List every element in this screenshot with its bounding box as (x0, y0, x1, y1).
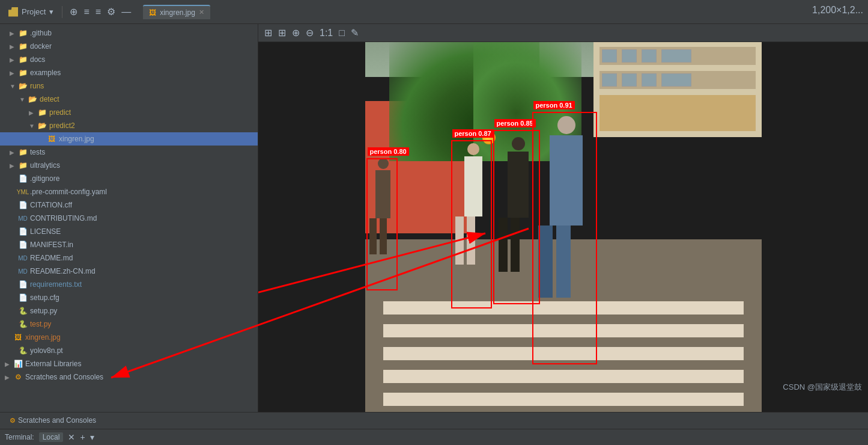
sidebar-item-docs[interactable]: ▶ 📁 docs (0, 53, 258, 66)
main-content: ▶ 📁 .github ▶ 📁 docker ▶ 📁 docs ▶ 📁 exam… (0, 24, 868, 412)
sidebar-item-readme[interactable]: MD README.md (0, 251, 258, 265)
bbox-label-person1: person 0.80 (368, 147, 409, 156)
label-predict2: predict2 (49, 121, 75, 130)
top-toolbar: Project ▾ ⊕ ≡ ≡ ⚙ — 🖼 xingren.jpg ✕ (0, 0, 868, 24)
arrow-ultralytics: ▶ (10, 162, 18, 169)
bottom-tab-scratches[interactable]: ⚙ Scratches and Consoles (5, 415, 101, 426)
sidebar-item-predict[interactable]: ▶ 📁 predict (0, 106, 258, 119)
folder-icon-extlibs: 📊 (13, 359, 23, 369)
bottom-actions: Terminal: Local ✕ + ▾ (0, 429, 868, 446)
label-yolov8n: yolov8n.pt (30, 346, 63, 355)
actual-size-icon[interactable]: 1:1 (320, 28, 333, 38)
sidebar-item-readmezh[interactable]: MD README.zh-CN.md (0, 265, 258, 278)
sidebar-item-examples[interactable]: ▶ 📁 examples (0, 66, 258, 79)
terminal-dropdown-icon[interactable]: ▾ (90, 432, 94, 442)
label-contributing: CONTRIBUTING.md (30, 214, 97, 222)
sidebar-item-predict2[interactable]: ▼ 📂 predict2 (0, 119, 258, 132)
bottom-tabs: ⚙ Scratches and Consoles (0, 413, 868, 429)
add-terminal-icon[interactable]: + (80, 432, 85, 442)
sidebar-item-setupcfg[interactable]: 📄 setup.cfg (0, 291, 258, 304)
sidebar-item-requirements[interactable]: 📄 requirements.txt (0, 278, 258, 291)
bbox-person2: person 0.87 (451, 140, 492, 308)
toolbar-separator (62, 6, 62, 18)
label-gitignore: .gitignore (30, 174, 59, 183)
arrow-runs: ▼ (10, 83, 18, 90)
label-testpy: test.py (30, 320, 51, 328)
sidebar-item-manifest[interactable]: 📄 MANIFEST.in (0, 238, 258, 251)
sidebar-item-license[interactable]: 📄 LICENSE (0, 225, 258, 238)
file-icon-requirements: 📄 (18, 280, 28, 289)
sidebar-item-contributing[interactable]: MD CONTRIBUTING.md (0, 212, 258, 225)
arrow-readmezh (10, 268, 18, 275)
color-picker-icon[interactable]: ✎ (351, 27, 359, 38)
watermark: CSDN @国家级退堂鼓 (783, 382, 862, 393)
bbox-person1: person 0.80 (366, 158, 398, 290)
arrow-contributing (10, 215, 18, 222)
sidebar-item-yolov8n[interactable]: 🐍 yolov8n.pt (0, 344, 258, 357)
fit-window-icon[interactable]: □ (339, 28, 345, 38)
label-readme: README.md (30, 254, 73, 262)
sidebar-item-runs[interactable]: ▼ 📂 runs (0, 79, 258, 93)
file-tab[interactable]: 🖼 xingren.jpg ✕ (143, 5, 210, 19)
viewer-content: person 0.80 person 0.87 person 0.85 pers… (258, 42, 868, 412)
project-label: Project (22, 7, 46, 16)
sidebar-item-tests[interactable]: ▶ 📁 tests (0, 146, 258, 159)
sidebar-item-scratches[interactable]: ▶ ⚙ Scratches and Consoles (0, 370, 258, 384)
sidebar-item-citation[interactable]: 📄 CITATION.cff (0, 198, 258, 212)
project-dropdown-icon: ▾ (49, 7, 53, 16)
file-icon-xingren: 🖼 (47, 134, 56, 144)
label-readmezh: README.zh-CN.md (30, 267, 96, 275)
label-citation: CITATION.cff (30, 201, 72, 209)
navigate-icon[interactable]: ⊕ (70, 6, 77, 17)
label-predict: predict (49, 108, 71, 117)
minimize-icon[interactable]: — (121, 7, 131, 17)
folder-icon-scratches: ⚙ (13, 372, 23, 382)
local-button[interactable]: Local (39, 432, 64, 442)
arrow-scratches: ▶ (5, 374, 13, 381)
zoom-in-icon[interactable]: ⊕ (292, 27, 300, 38)
folder-icon-github: 📁 (18, 28, 28, 38)
close-terminal-icon[interactable]: ✕ (68, 432, 75, 442)
project-button[interactable]: Project ▾ (5, 6, 57, 18)
sidebar-item-detect[interactable]: ▼ 📂 detect (0, 93, 258, 106)
sidebar-item-docker[interactable]: ▶ 📁 docker (0, 40, 258, 53)
sidebar-item-ultralytics[interactable]: ▶ 📁 ultralytics (0, 159, 258, 172)
arrow-xingren (38, 136, 47, 143)
bbox-person4: person 0.91 (532, 112, 597, 364)
arrow-docker: ▶ (10, 43, 18, 50)
file-icon-license: 📄 (18, 227, 28, 236)
structure-icon[interactable]: ≡ (83, 7, 89, 17)
label-license: LICENSE (30, 227, 61, 236)
folder-icon-docs: 📁 (18, 55, 28, 64)
arrow-docs: ▶ (10, 57, 18, 63)
label-docs: docs (30, 55, 45, 64)
label-ultralytics: ultralytics (30, 161, 60, 170)
arrow-examples: ▶ (10, 70, 18, 76)
settings-icon[interactable]: ⚙ (107, 6, 115, 17)
label-runs: runs (30, 82, 44, 90)
collapse-icon[interactable]: ≡ (96, 7, 101, 17)
folder-icon-runs: 📂 (18, 81, 28, 91)
image-container: person 0.80 person 0.87 person 0.85 pers… (365, 42, 762, 412)
project-folder-icon (8, 7, 18, 17)
toolbar-icon-group: ⊕ ≡ ≡ ⚙ — (70, 6, 131, 17)
sidebar-item-setuppy[interactable]: 🐍 setup.py (0, 304, 258, 318)
zoom-out-icon[interactable]: ⊖ (306, 27, 314, 38)
file-icon-contributing: MD (18, 213, 28, 223)
scratches-label: Scratches and Consoles (18, 416, 96, 425)
label-xingren-predict2: xingren.jpg (59, 135, 94, 143)
expand-icon[interactable]: ⊞ (264, 27, 272, 38)
sidebar-item-extlibs[interactable]: ▶ 📊 External Libraries (0, 357, 258, 370)
file-icon-setupcfg: 📄 (18, 293, 28, 302)
sidebar-item-xingren-predict2[interactable]: 🖼 xingren.jpg (0, 132, 258, 146)
grid-icon[interactable]: ⊞ (278, 27, 286, 38)
sidebar-item-xingren-root[interactable]: 🖼 xingren.jpg (0, 331, 258, 344)
viewer-toolbar: ⊞ ⊞ ⊕ ⊖ 1:1 □ ✎ 1,200×1,2... (258, 24, 868, 42)
sidebar-item-testpy[interactable]: 🐍 test.py (0, 318, 258, 331)
sidebar-item-gitignore[interactable]: 📄 .gitignore (0, 172, 258, 185)
tab-close-button[interactable]: ✕ (199, 8, 204, 16)
arrow-setupcfg (10, 295, 18, 301)
arrow-requirements (10, 281, 18, 288)
sidebar-item-precommit[interactable]: YML .pre-commit-config.yaml (0, 185, 258, 198)
sidebar-item-github[interactable]: ▶ 📁 .github (0, 26, 258, 40)
